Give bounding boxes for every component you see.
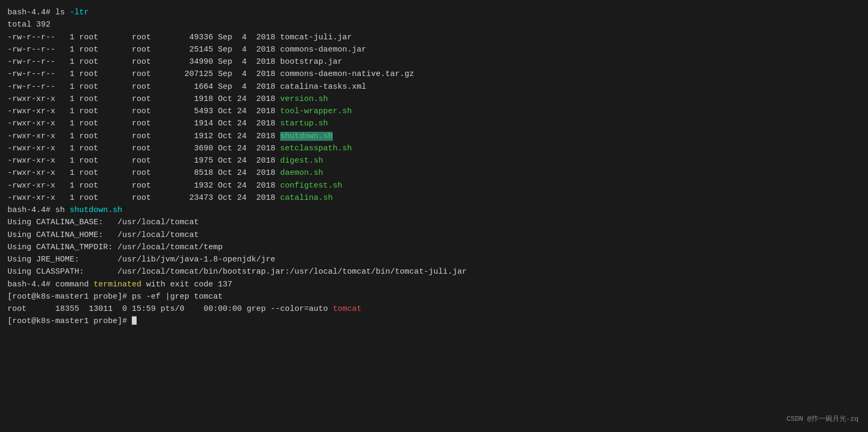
terminal-line-l1: bash-4.4# ls -ltr xyxy=(7,6,861,19)
terminal-line-l2: total 392 xyxy=(7,19,861,31)
terminal: bash-4.4# ls -ltrtotal 392-rw-r--r-- 1 r… xyxy=(7,6,861,328)
terminal-line-l26: [root@k8s-master1 probe]# █ xyxy=(7,315,861,327)
terminal-line-l16: -rwxr-xr-x 1 root root 23473 Oct 24 2018… xyxy=(7,192,861,204)
terminal-line-l3: -rw-r--r-- 1 root root 49336 Sep 4 2018 … xyxy=(7,31,861,44)
terminal-line-l19: Using CATALINA_HOME: /usr/local/tomcat xyxy=(7,229,861,241)
terminal-line-l18: Using CATALINA_BASE: /usr/local/tomcat xyxy=(7,216,861,228)
terminal-line-l12: -rwxr-xr-x 1 root root 3690 Oct 24 2018 … xyxy=(7,142,861,155)
terminal-line-l5: -rw-r--r-- 1 root root 34990 Sep 4 2018 … xyxy=(7,56,861,68)
terminal-line-l24: [root@k8s-master1 probe]# ps -ef |grep t… xyxy=(7,291,861,303)
terminal-line-l9: -rwxr-xr-x 1 root root 5493 Oct 24 2018 … xyxy=(7,105,861,117)
terminal-line-l4: -rw-r--r-- 1 root root 25145 Sep 4 2018 … xyxy=(7,44,861,56)
terminal-line-l10: -rwxr-xr-x 1 root root 1914 Oct 24 2018 … xyxy=(7,117,861,130)
terminal-line-l23: bash-4.4# command terminated with exit c… xyxy=(7,278,861,291)
terminal-line-l25: root 18355 13011 0 15:59 pts/0 00:00:00 … xyxy=(7,303,861,315)
terminal-line-l15: -rwxr-xr-x 1 root root 1932 Oct 24 2018 … xyxy=(7,180,861,192)
terminal-line-l20: Using CATALINA_TMPDIR: /usr/local/tomcat… xyxy=(7,241,861,253)
terminal-line-l21: Using JRE_HOME: /usr/lib/jvm/java-1.8-op… xyxy=(7,253,861,266)
terminal-line-l11: -rwxr-xr-x 1 root root 1912 Oct 24 2018 … xyxy=(7,130,861,142)
watermark: CSDN @拃一碗月光-zq xyxy=(787,414,858,425)
terminal-line-l14: -rwxr-xr-x 1 root root 8518 Oct 24 2018 … xyxy=(7,167,861,179)
terminal-line-l13: -rwxr-xr-x 1 root root 1975 Oct 24 2018 … xyxy=(7,155,861,167)
terminal-line-l8: -rwxr-xr-x 1 root root 1918 Oct 24 2018 … xyxy=(7,93,861,105)
terminal-line-l7: -rw-r--r-- 1 root root 1664 Sep 4 2018 c… xyxy=(7,81,861,93)
terminal-line-l22: Using CLASSPATH: /usr/local/tomcat/bin/b… xyxy=(7,266,861,278)
terminal-line-l6: -rw-r--r-- 1 root root 207125 Sep 4 2018… xyxy=(7,68,861,80)
terminal-line-l17: bash-4.4# sh shutdown.sh xyxy=(7,204,861,216)
